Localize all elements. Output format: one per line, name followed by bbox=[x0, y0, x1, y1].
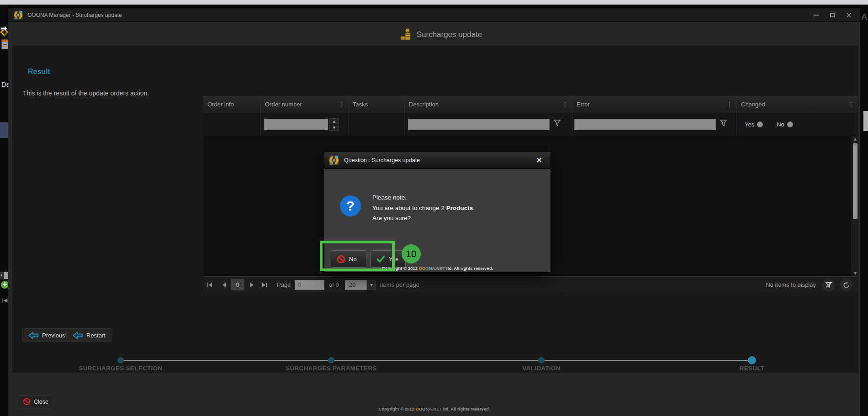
brand-ooona-gold: OO bbox=[416, 406, 423, 411]
window-close-button[interactable]: × bbox=[844, 10, 854, 20]
column-menu-icon[interactable]: ⋮ bbox=[562, 96, 568, 113]
annotation-step-badge: 10 bbox=[402, 244, 421, 263]
page-number-input[interactable] bbox=[295, 280, 324, 290]
scroll-left-icon bbox=[0, 274, 2, 277]
first-page-button[interactable] bbox=[206, 281, 214, 289]
previous-button-label: Previous bbox=[42, 332, 65, 339]
calendar-icon-lines bbox=[3, 44, 7, 45]
filter-separator bbox=[572, 113, 572, 136]
window-titlebar: OOONA Manager - Surcharges update × bbox=[8, 8, 860, 22]
background-selected-row-fragment bbox=[0, 122, 8, 138]
next-page-button[interactable] bbox=[248, 281, 255, 289]
previous-button[interactable]: Previous bbox=[22, 328, 71, 342]
brand-ooona-net: NA.NET bbox=[429, 266, 445, 271]
pager-status-text: No items to display bbox=[766, 281, 816, 288]
background-letter-fragment: A bbox=[861, 12, 868, 22]
copyright-prefix: Copyright © 2012 bbox=[379, 406, 416, 411]
prohibition-icon bbox=[23, 398, 31, 405]
mouse-cursor-icon bbox=[0, 25, 8, 32]
add-button-fragment[interactable]: + bbox=[1, 281, 8, 289]
description-filter-input[interactable] bbox=[408, 119, 550, 130]
column-header-error[interactable]: Error⋮ bbox=[572, 96, 736, 113]
step-label-validation: VALIDATION bbox=[473, 365, 610, 372]
dialog-titlebar: Question : Surcharges update bbox=[324, 152, 550, 169]
previous-page-button[interactable] bbox=[221, 281, 228, 289]
filter-separator bbox=[348, 113, 349, 136]
grid-pager: 0 Page of 0 20 ▼ items per page No items… bbox=[203, 276, 858, 293]
minimize-button[interactable] bbox=[811, 10, 821, 20]
column-label: Description bbox=[409, 101, 439, 108]
brand-ooona-teal: O bbox=[425, 266, 429, 271]
page-of-label: of 0 bbox=[329, 281, 339, 288]
page-size-select[interactable]: 20 bbox=[345, 280, 367, 290]
column-header-description[interactable]: Description⋮ bbox=[404, 96, 572, 113]
column-header-order-number[interactable]: Order number⋮ bbox=[260, 96, 348, 113]
clear-filters-button[interactable] bbox=[822, 279, 835, 291]
column-menu-icon[interactable]: ⋮ bbox=[848, 96, 854, 113]
dialog-message-line1: Please note. bbox=[372, 193, 475, 203]
close-button[interactable]: Close bbox=[18, 395, 53, 408]
column-header-tasks[interactable]: Tasks bbox=[348, 96, 404, 113]
copyright-suffix: ltd. All rights reserved. bbox=[442, 406, 490, 411]
description-filter-funnel-button[interactable] bbox=[553, 119, 564, 130]
background-app-left-fragment: De + |◀ bbox=[0, 5, 8, 416]
maximize-icon bbox=[830, 13, 835, 17]
spinner-down-button[interactable]: ▼ bbox=[329, 125, 339, 131]
step-dot-validation[interactable] bbox=[538, 357, 545, 363]
back-arrow-icon bbox=[28, 332, 38, 339]
column-header-changed[interactable]: Changed⋮ bbox=[736, 96, 858, 113]
minimize-icon bbox=[814, 15, 819, 16]
error-filter-input[interactable] bbox=[574, 119, 716, 130]
error-filter-funnel-button[interactable] bbox=[720, 119, 730, 130]
dialog-message-line3: Are you sure? bbox=[372, 213, 475, 224]
last-page-button[interactable] bbox=[260, 281, 268, 289]
order-number-filter-input[interactable] bbox=[264, 119, 328, 130]
current-page-button[interactable]: 0 bbox=[231, 279, 244, 290]
vscroll-thumb[interactable] bbox=[853, 143, 857, 219]
changed-yes-radio[interactable] bbox=[757, 121, 763, 127]
restart-button[interactable]: Restart bbox=[67, 328, 111, 342]
filter-separator bbox=[260, 113, 261, 136]
spinner-up-button[interactable]: ▲ bbox=[329, 118, 339, 124]
maximize-button[interactable] bbox=[827, 10, 837, 20]
changed-yes-label: Yes bbox=[745, 121, 754, 128]
grid-header-row: Order info Order number⋮ Tasks Descripti… bbox=[203, 96, 858, 113]
scroll-up-icon[interactable]: ▲ bbox=[852, 137, 858, 141]
step-dot-result[interactable] bbox=[748, 356, 756, 364]
window-title: OOONA Manager - Surcharges update bbox=[27, 12, 122, 18]
step-dot-surcharges-parameters[interactable] bbox=[328, 357, 334, 363]
brand-ooona-gold: OO bbox=[419, 266, 426, 271]
copyright-suffix: ltd. All rights reserved. bbox=[445, 266, 493, 271]
annotation-highlight-rectangle bbox=[320, 241, 395, 271]
page-label: Page bbox=[277, 281, 291, 288]
window-controls: × bbox=[811, 8, 854, 22]
refresh-icon bbox=[842, 281, 850, 289]
message-line2-suffix: . bbox=[473, 205, 475, 211]
changed-no-label: No bbox=[777, 121, 784, 128]
question-icon: ? bbox=[340, 195, 361, 216]
changed-no-radio[interactable] bbox=[787, 121, 793, 127]
background-hscrollbar-fragment bbox=[0, 272, 8, 279]
message-line2-bold: Products bbox=[446, 205, 473, 211]
scroll-down-icon[interactable]: ▼ bbox=[852, 271, 858, 275]
step-dot-surcharges-selection[interactable] bbox=[117, 357, 124, 363]
column-menu-icon[interactable]: ⋮ bbox=[338, 96, 344, 113]
step-label-surcharges-selection: SURCHARGES SELECTION bbox=[52, 365, 189, 372]
changed-filter-radios: Yes No bbox=[745, 121, 793, 128]
calendar-icon bbox=[1, 39, 8, 49]
dialog-close-button[interactable]: × bbox=[534, 155, 544, 165]
column-header-order-info[interactable]: Order info bbox=[203, 96, 260, 113]
grid-vertical-scrollbar[interactable]: ▲ ▼ bbox=[852, 136, 858, 276]
dialog-message: Please note. You are about to change 2 P… bbox=[372, 193, 475, 224]
items-per-page-label: items per page bbox=[380, 281, 419, 288]
column-menu-icon[interactable]: ⋮ bbox=[726, 96, 733, 113]
background-label-fragment: De bbox=[1, 80, 8, 88]
coins-icon bbox=[400, 28, 411, 41]
refresh-button[interactable] bbox=[840, 279, 852, 291]
funnel-icon bbox=[553, 119, 561, 127]
ooona-logo-icon bbox=[14, 11, 23, 20]
page-size-dropdown-icon[interactable]: ▼ bbox=[367, 280, 376, 290]
page-title: Surcharges update bbox=[417, 30, 482, 39]
column-label: Tasks bbox=[353, 101, 368, 108]
os-top-strip bbox=[0, 0, 868, 5]
